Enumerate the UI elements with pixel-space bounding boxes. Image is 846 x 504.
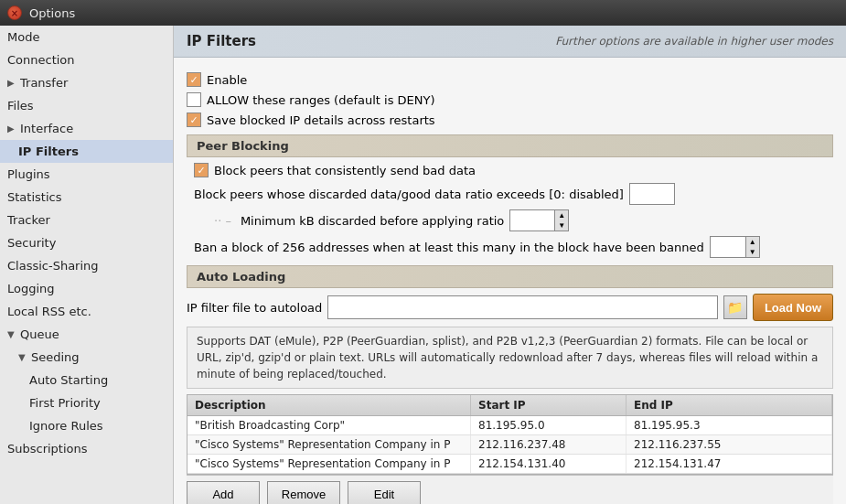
min-kb-up-button[interactable]: ▲	[555, 210, 568, 220]
remove-button[interactable]: Remove	[267, 481, 340, 504]
sidebar-item-transfer[interactable]: ▶Transfer	[0, 71, 173, 94]
help-text: Supports DAT (eMule), P2P (PeerGuardian,…	[187, 327, 833, 389]
sidebar-item-label: Statistics	[7, 190, 61, 204]
table-row[interactable]: "Cisco Systems" Representation Company i…	[187, 455, 832, 474]
sidebar-item-ip-filters[interactable]: IP Filters	[0, 140, 173, 163]
sidebar-item-label: Tracker	[7, 213, 50, 227]
ban-up-button[interactable]: ▲	[746, 237, 759, 247]
sidebar-item-queue[interactable]: ▼Queue	[0, 323, 173, 346]
sidebar-arrow-icon: ▶	[7, 78, 16, 88]
content-hint: Further options are available in higher …	[555, 35, 833, 48]
filter-file-label: IP filter file to autoload	[187, 301, 322, 315]
min-kb-label: Minimum kB discarded before applying rat…	[241, 214, 504, 228]
sidebar-item-plugins[interactable]: Plugins	[0, 163, 173, 186]
table-cell-start_ip: 81.195.95.0	[471, 416, 626, 434]
sidebar-item-connection[interactable]: Connection	[0, 48, 173, 71]
sidebar-item-label: Ignore Rules	[29, 419, 103, 433]
save-blocked-checkbox[interactable]	[187, 113, 201, 127]
sidebar-item-label: Auto Starting	[29, 373, 108, 387]
add-button[interactable]: Add	[187, 481, 260, 504]
ban-label: Ban a block of 256 addresses when at lea…	[194, 241, 704, 254]
block-peers-checkbox[interactable]	[194, 163, 209, 177]
ip-filter-table: Description Start IP End IP "British Bro…	[187, 394, 833, 475]
sidebar-item-ignore-rules[interactable]: Ignore Rules	[0, 414, 173, 437]
ratio-label: Block peers whose discarded data/good da…	[194, 188, 624, 201]
table-cell-end_ip: 212.154.131.47	[626, 455, 832, 473]
sidebar-item-mode[interactable]: Mode	[0, 26, 173, 48]
allow-label: ALLOW these ranges (default is DENY)	[207, 93, 435, 107]
sidebar-arrow-icon: ▶	[7, 123, 16, 134]
sidebar-item-label: IP Filters	[18, 145, 79, 158]
min-kb-spinbox-buttons: ▲ ▼	[555, 209, 569, 231]
main-layout: ModeConnection▶TransferFiles▶InterfaceIP…	[0, 26, 846, 504]
table-row[interactable]: "Cisco Systems" Representation Company i…	[187, 435, 832, 455]
sidebar-item-interface[interactable]: ▶Interface	[0, 117, 173, 140]
close-icon: ×	[11, 8, 18, 18]
min-kb-down-button[interactable]: ▼	[555, 220, 568, 231]
min-kb-row: ·· – Minimum kB discarded before applyin…	[214, 209, 833, 231]
block-peers-label: Block peers that consistently send bad d…	[214, 164, 476, 177]
col-description: Description	[187, 395, 471, 415]
sidebar-item-label: Mode	[7, 30, 39, 44]
enable-row: Enable	[187, 72, 833, 87]
sidebar-item-auto-starting[interactable]: Auto Starting	[0, 369, 173, 391]
sidebar-item-tracker[interactable]: Tracker	[0, 209, 173, 231]
allow-row: ALLOW these ranges (default is DENY)	[187, 92, 833, 107]
sidebar: ModeConnection▶TransferFiles▶InterfaceIP…	[0, 26, 174, 504]
sidebar-item-subscriptions[interactable]: Subscriptions	[0, 437, 173, 460]
ratio-input[interactable]: 5.0	[629, 183, 675, 205]
sidebar-item-security[interactable]: Security	[0, 231, 173, 254]
close-button[interactable]: ×	[7, 5, 22, 20]
min-kb-input[interactable]: 128	[509, 209, 555, 231]
page-title: IP Filters	[187, 33, 256, 49]
ratio-spinbox: 5.0	[629, 183, 675, 205]
sidebar-item-label: Local RSS etc.	[7, 305, 91, 318]
ban-down-button[interactable]: ▼	[746, 247, 759, 257]
content-body: Enable ALLOW these ranges (default is DE…	[174, 58, 846, 504]
block-peers-row: Block peers that consistently send bad d…	[194, 163, 833, 177]
sidebar-item-label: Transfer	[20, 76, 68, 90]
sidebar-item-label: Interface	[20, 122, 73, 135]
sidebar-item-logging[interactable]: Logging	[0, 277, 173, 300]
min-kb-spinbox: 128 ▲ ▼	[509, 209, 569, 231]
sidebar-item-classic-sharing[interactable]: Classic-Sharing	[0, 254, 173, 277]
load-now-button[interactable]: Load Now	[753, 294, 833, 321]
sidebar-item-label: Subscriptions	[7, 442, 88, 456]
sidebar-item-label: First Priority	[29, 396, 101, 410]
enable-checkbox[interactable]	[187, 72, 201, 87]
col-end-ip: End IP	[626, 395, 832, 415]
save-blocked-label: Save blocked IP details across restarts	[207, 113, 435, 127]
table-cell-description: "British Broadcasting Corp"	[187, 416, 471, 434]
sidebar-item-seeding[interactable]: ▼Seeding	[0, 346, 173, 369]
browse-button[interactable]: 📁	[723, 295, 747, 319]
ban-spinbox-buttons: ▲ ▼	[746, 236, 760, 258]
auto-loading-title: Auto Loading	[197, 270, 285, 284]
ban-row: Ban a block of 256 addresses when at lea…	[194, 236, 833, 258]
table-header: Description Start IP End IP	[187, 395, 832, 416]
table-cell-description: "Cisco Systems" Representation Company i…	[187, 435, 471, 454]
sidebar-item-files[interactable]: Files	[0, 94, 173, 117]
edit-button[interactable]: Edit	[348, 481, 421, 504]
peer-blocking-header: Peer Blocking	[187, 134, 833, 157]
sidebar-item-statistics[interactable]: Statistics	[0, 186, 173, 209]
sidebar-item-first-priority[interactable]: First Priority	[0, 391, 173, 414]
title-bar: × Options	[0, 0, 846, 26]
sidebar-item-label: Logging	[7, 282, 55, 295]
table-cell-end_ip: 212.116.237.55	[626, 435, 832, 454]
enable-label: Enable	[207, 73, 247, 87]
filter-url-input[interactable]: http://list.iblocklist.com/?list=bt_leve…	[327, 295, 718, 319]
sidebar-item-local-rss[interactable]: Local RSS etc.	[0, 300, 173, 323]
indent-dots: ·· –	[214, 214, 231, 228]
ban-spinbox: 4 ▲ ▼	[710, 236, 760, 258]
table-row[interactable]: "British Broadcasting Corp"81.195.95.081…	[187, 416, 832, 435]
allow-checkbox[interactable]	[187, 92, 201, 107]
table-cell-end_ip: 81.195.95.3	[626, 416, 832, 434]
sidebar-item-label: Queue	[20, 327, 59, 341]
filter-file-row: IP filter file to autoload http://list.i…	[187, 294, 833, 321]
table-cell-start_ip: 212.154.131.40	[471, 455, 626, 473]
sidebar-item-label: Connection	[7, 53, 75, 67]
table-actions: Add Remove Edit	[187, 475, 833, 504]
col-start-ip: Start IP	[471, 395, 626, 415]
sidebar-arrow-icon: ▼	[7, 329, 16, 339]
ban-input[interactable]: 4	[710, 236, 746, 258]
